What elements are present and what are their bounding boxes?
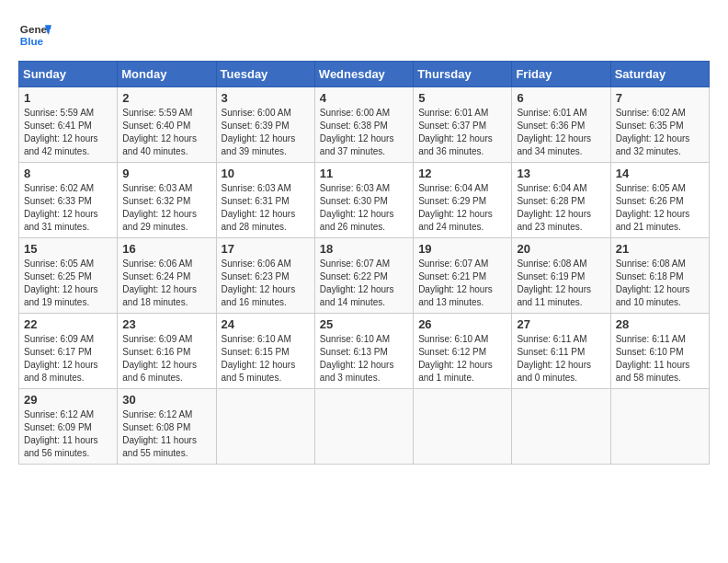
day-number: 19: [418, 242, 506, 256]
calendar-week-row: 22 Sunrise: 6:09 AMSunset: 6:17 PMDaylig…: [19, 314, 710, 389]
calendar-day-cell: 9 Sunrise: 6:03 AMSunset: 6:32 PMDayligh…: [118, 163, 216, 238]
day-info: Sunrise: 6:11 AMSunset: 6:10 PMDaylight:…: [616, 334, 690, 383]
day-number: 26: [418, 317, 506, 331]
calendar-day-cell: 8 Sunrise: 6:02 AMSunset: 6:33 PMDayligh…: [19, 163, 118, 238]
day-info: Sunrise: 6:07 AMSunset: 6:22 PMDaylight:…: [320, 259, 394, 307]
day-info: Sunrise: 6:01 AMSunset: 6:36 PMDaylight:…: [517, 108, 591, 156]
day-number: 5: [418, 91, 506, 105]
calendar-day-cell: 20 Sunrise: 6:08 AMSunset: 6:19 PMDaylig…: [512, 238, 610, 314]
calendar-day-cell: 1 Sunrise: 5:59 AMSunset: 6:41 PMDayligh…: [19, 87, 118, 163]
day-number: 28: [616, 317, 704, 331]
day-info: Sunrise: 6:10 AMSunset: 6:15 PMDaylight:…: [222, 334, 296, 383]
page-header: General Blue: [18, 18, 710, 52]
empty-cell: [512, 389, 610, 465]
day-of-week-header: Monday: [118, 62, 216, 87]
calendar-day-cell: 3 Sunrise: 6:00 AMSunset: 6:39 PMDayligh…: [216, 87, 314, 163]
calendar-day-cell: 10 Sunrise: 6:03 AMSunset: 6:31 PMDaylig…: [216, 163, 314, 238]
day-info: Sunrise: 5:59 AMSunset: 6:41 PMDaylight:…: [24, 108, 98, 156]
calendar-week-row: 1 Sunrise: 5:59 AMSunset: 6:41 PMDayligh…: [19, 87, 710, 163]
calendar-day-cell: 27 Sunrise: 6:11 AMSunset: 6:11 PMDaylig…: [512, 314, 610, 389]
calendar-day-cell: 17 Sunrise: 6:06 AMSunset: 6:23 PMDaylig…: [216, 238, 314, 314]
day-number: 7: [616, 91, 704, 105]
day-info: Sunrise: 6:10 AMSunset: 6:12 PMDaylight:…: [418, 334, 493, 383]
day-number: 9: [122, 167, 210, 180]
day-number: 4: [320, 91, 408, 105]
day-number: 18: [320, 242, 408, 256]
day-number: 22: [24, 317, 112, 331]
logo-icon: General Blue: [18, 18, 51, 52]
day-number: 2: [122, 91, 210, 105]
calendar-day-cell: 15 Sunrise: 6:05 AMSunset: 6:25 PMDaylig…: [19, 238, 118, 314]
day-info: Sunrise: 6:09 AMSunset: 6:16 PMDaylight:…: [122, 334, 197, 383]
day-info: Sunrise: 6:03 AMSunset: 6:32 PMDaylight:…: [122, 183, 197, 232]
day-number: 27: [517, 317, 605, 331]
day-of-week-header: Tuesday: [216, 62, 314, 87]
day-number: 15: [24, 242, 112, 256]
empty-cell: [314, 389, 413, 465]
day-number: 17: [222, 242, 310, 256]
empty-cell: [610, 389, 709, 465]
day-of-week-header: Saturday: [610, 62, 709, 87]
day-info: Sunrise: 6:05 AMSunset: 6:25 PMDaylight:…: [24, 259, 98, 307]
day-number: 25: [320, 317, 408, 331]
day-info: Sunrise: 6:11 AMSunset: 6:11 PMDaylight:…: [517, 334, 591, 383]
day-info: Sunrise: 6:01 AMSunset: 6:37 PMDaylight:…: [418, 108, 493, 156]
day-of-week-header: Sunday: [19, 62, 118, 87]
calendar-day-cell: 11 Sunrise: 6:03 AMSunset: 6:30 PMDaylig…: [314, 163, 413, 238]
calendar-header: SundayMondayTuesdayWednesdayThursdayFrid…: [19, 62, 710, 87]
calendar-day-cell: 18 Sunrise: 6:07 AMSunset: 6:22 PMDaylig…: [314, 238, 413, 314]
calendar-day-cell: 22 Sunrise: 6:09 AMSunset: 6:17 PMDaylig…: [19, 314, 118, 389]
calendar-day-cell: 7 Sunrise: 6:02 AMSunset: 6:35 PMDayligh…: [610, 87, 709, 163]
day-number: 3: [222, 91, 310, 105]
day-number: 6: [517, 91, 605, 105]
day-info: Sunrise: 6:04 AMSunset: 6:29 PMDaylight:…: [418, 183, 493, 232]
day-number: 8: [24, 167, 112, 180]
day-info: Sunrise: 6:06 AMSunset: 6:24 PMDaylight:…: [122, 259, 197, 307]
day-of-week-header: Wednesday: [314, 62, 413, 87]
day-number: 16: [122, 242, 210, 256]
calendar-day-cell: 25 Sunrise: 6:10 AMSunset: 6:13 PMDaylig…: [314, 314, 413, 389]
day-info: Sunrise: 6:02 AMSunset: 6:35 PMDaylight:…: [616, 108, 690, 156]
calendar-day-cell: 23 Sunrise: 6:09 AMSunset: 6:16 PMDaylig…: [118, 314, 216, 389]
day-number: 10: [222, 167, 310, 180]
day-info: Sunrise: 6:07 AMSunset: 6:21 PMDaylight:…: [418, 259, 493, 307]
day-number: 30: [122, 393, 210, 407]
calendar-week-row: 15 Sunrise: 6:05 AMSunset: 6:25 PMDaylig…: [19, 238, 710, 314]
day-info: Sunrise: 6:09 AMSunset: 6:17 PMDaylight:…: [24, 334, 98, 383]
day-number: 23: [122, 317, 210, 331]
empty-cell: [414, 389, 512, 465]
day-number: 14: [616, 167, 704, 180]
calendar-day-cell: 5 Sunrise: 6:01 AMSunset: 6:37 PMDayligh…: [414, 87, 512, 163]
calendar-day-cell: 2 Sunrise: 5:59 AMSunset: 6:40 PMDayligh…: [118, 87, 216, 163]
day-info: Sunrise: 6:12 AMSunset: 6:08 PMDaylight:…: [122, 409, 197, 458]
day-number: 11: [320, 167, 408, 180]
day-info: Sunrise: 6:00 AMSunset: 6:38 PMDaylight:…: [320, 108, 394, 156]
empty-cell: [216, 389, 314, 465]
day-number: 29: [24, 393, 112, 407]
calendar-day-cell: 16 Sunrise: 6:06 AMSunset: 6:24 PMDaylig…: [118, 238, 216, 314]
day-info: Sunrise: 6:06 AMSunset: 6:23 PMDaylight:…: [222, 259, 296, 307]
day-number: 21: [616, 242, 704, 256]
calendar-day-cell: 19 Sunrise: 6:07 AMSunset: 6:21 PMDaylig…: [414, 238, 512, 314]
day-number: 20: [517, 242, 605, 256]
day-info: Sunrise: 6:03 AMSunset: 6:31 PMDaylight:…: [222, 183, 296, 232]
calendar-day-cell: 24 Sunrise: 6:10 AMSunset: 6:15 PMDaylig…: [216, 314, 314, 389]
day-info: Sunrise: 6:04 AMSunset: 6:28 PMDaylight:…: [517, 183, 591, 232]
calendar-day-cell: 28 Sunrise: 6:11 AMSunset: 6:10 PMDaylig…: [610, 314, 709, 389]
calendar-day-cell: 29 Sunrise: 6:12 AMSunset: 6:09 PMDaylig…: [19, 389, 118, 465]
day-of-week-header: Thursday: [414, 62, 512, 87]
calendar-day-cell: 13 Sunrise: 6:04 AMSunset: 6:28 PMDaylig…: [512, 163, 610, 238]
day-info: Sunrise: 6:03 AMSunset: 6:30 PMDaylight:…: [320, 183, 394, 232]
svg-text:Blue: Blue: [20, 35, 44, 47]
day-info: Sunrise: 6:10 AMSunset: 6:13 PMDaylight:…: [320, 334, 394, 383]
day-info: Sunrise: 5:59 AMSunset: 6:40 PMDaylight:…: [122, 108, 197, 156]
calendar-day-cell: 6 Sunrise: 6:01 AMSunset: 6:36 PMDayligh…: [512, 87, 610, 163]
day-number: 1: [24, 91, 112, 105]
calendar-day-cell: 30 Sunrise: 6:12 AMSunset: 6:08 PMDaylig…: [118, 389, 216, 465]
day-info: Sunrise: 6:12 AMSunset: 6:09 PMDaylight:…: [24, 409, 98, 458]
calendar-day-cell: 21 Sunrise: 6:08 AMSunset: 6:18 PMDaylig…: [610, 238, 709, 314]
day-number: 12: [418, 167, 506, 180]
day-info: Sunrise: 6:08 AMSunset: 6:18 PMDaylight:…: [616, 259, 690, 307]
day-info: Sunrise: 6:00 AMSunset: 6:39 PMDaylight:…: [222, 108, 296, 156]
calendar-day-cell: 12 Sunrise: 6:04 AMSunset: 6:29 PMDaylig…: [414, 163, 512, 238]
